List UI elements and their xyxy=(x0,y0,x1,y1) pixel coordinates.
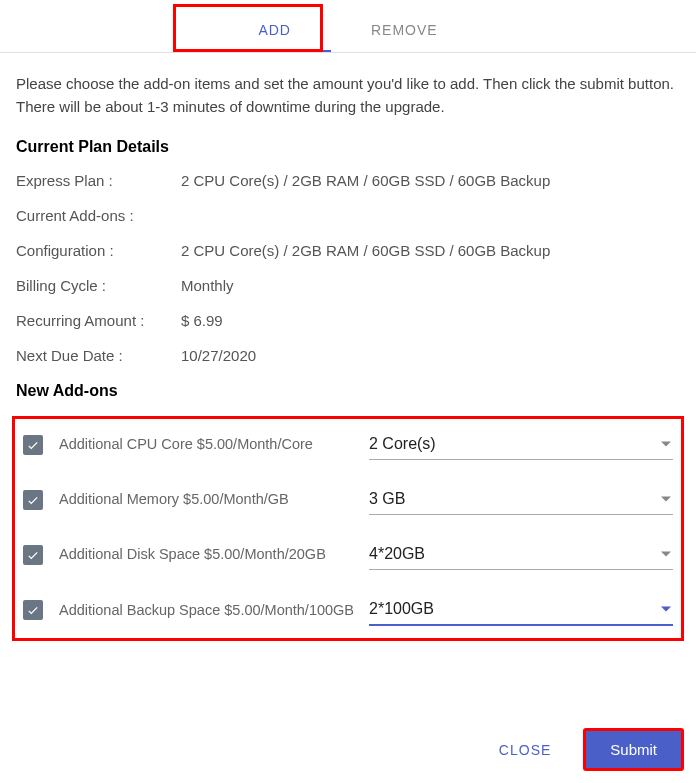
label-express-plan: Express Plan : xyxy=(16,172,181,189)
label-addon-memory: Additional Memory $5.00/Month/GB xyxy=(59,489,369,509)
addon-row-cpu: Additional CPU Core $5.00/Month/Core 2 C… xyxy=(23,429,673,460)
checkbox-disk[interactable] xyxy=(23,545,43,565)
checkbox-cpu[interactable] xyxy=(23,435,43,455)
tab-add[interactable]: ADD xyxy=(218,10,331,52)
label-addon-disk: Additional Disk Space $5.00/Month/20GB xyxy=(59,544,369,564)
select-addon-backup[interactable]: 2*100GB xyxy=(369,594,673,626)
check-icon xyxy=(26,548,40,562)
label-addon-backup: Additional Backup Space $5.00/Month/100G… xyxy=(59,600,369,620)
row-configuration: Configuration : 2 CPU Core(s) / 2GB RAM … xyxy=(16,242,680,259)
content: Please choose the add-on items and set t… xyxy=(0,53,696,641)
addon-row-memory: Additional Memory $5.00/Month/GB 3 GB xyxy=(23,484,673,515)
row-recurring-amount: Recurring Amount : $ 6.99 xyxy=(16,312,680,329)
current-plan-title: Current Plan Details xyxy=(16,138,680,156)
check-icon xyxy=(26,438,40,452)
chevron-down-icon xyxy=(661,607,671,612)
addon-row-backup: Additional Backup Space $5.00/Month/100G… xyxy=(23,594,673,626)
label-current-addons: Current Add-ons : xyxy=(16,207,181,224)
row-express-plan: Express Plan : 2 CPU Core(s) / 2GB RAM /… xyxy=(16,172,680,189)
select-value-disk: 4*20GB xyxy=(369,545,425,562)
chevron-down-icon xyxy=(661,497,671,502)
label-billing-cycle: Billing Cycle : xyxy=(16,277,181,294)
intro-text: Please choose the add-on items and set t… xyxy=(16,73,680,118)
check-icon xyxy=(26,603,40,617)
tab-remove[interactable]: REMOVE xyxy=(331,10,478,52)
row-current-addons: Current Add-ons : xyxy=(16,207,680,224)
addon-row-disk: Additional Disk Space $5.00/Month/20GB 4… xyxy=(23,539,673,570)
select-value-backup: 2*100GB xyxy=(369,600,434,617)
checkbox-backup[interactable] xyxy=(23,600,43,620)
value-configuration: 2 CPU Core(s) / 2GB RAM / 60GB SSD / 60G… xyxy=(181,242,680,259)
select-value-cpu: 2 Core(s) xyxy=(369,435,436,452)
close-button[interactable]: CLOSE xyxy=(487,732,563,768)
checkbox-memory[interactable] xyxy=(23,490,43,510)
check-icon xyxy=(26,493,40,507)
value-billing-cycle: Monthly xyxy=(181,277,680,294)
row-billing-cycle: Billing Cycle : Monthly xyxy=(16,277,680,294)
value-next-due: 10/27/2020 xyxy=(181,347,680,364)
select-addon-disk[interactable]: 4*20GB xyxy=(369,539,673,570)
label-next-due: Next Due Date : xyxy=(16,347,181,364)
chevron-down-icon xyxy=(661,552,671,557)
select-value-memory: 3 GB xyxy=(369,490,405,507)
value-express-plan: 2 CPU Core(s) / 2GB RAM / 60GB SSD / 60G… xyxy=(181,172,680,189)
addons-highlight-box: Additional CPU Core $5.00/Month/Core 2 C… xyxy=(12,416,684,641)
select-addon-memory[interactable]: 3 GB xyxy=(369,484,673,515)
label-recurring-amount: Recurring Amount : xyxy=(16,312,181,329)
label-configuration: Configuration : xyxy=(16,242,181,259)
value-current-addons xyxy=(181,207,680,224)
submit-button[interactable]: Submit xyxy=(583,728,684,771)
chevron-down-icon xyxy=(661,442,671,447)
new-addons-title: New Add-ons xyxy=(16,382,680,400)
footer-actions: CLOSE Submit xyxy=(487,728,684,771)
select-addon-cpu[interactable]: 2 Core(s) xyxy=(369,429,673,460)
row-next-due: Next Due Date : 10/27/2020 xyxy=(16,347,680,364)
value-recurring-amount: $ 6.99 xyxy=(181,312,680,329)
label-addon-cpu: Additional CPU Core $5.00/Month/Core xyxy=(59,434,369,454)
tabs-bar: ADD REMOVE xyxy=(0,0,696,53)
